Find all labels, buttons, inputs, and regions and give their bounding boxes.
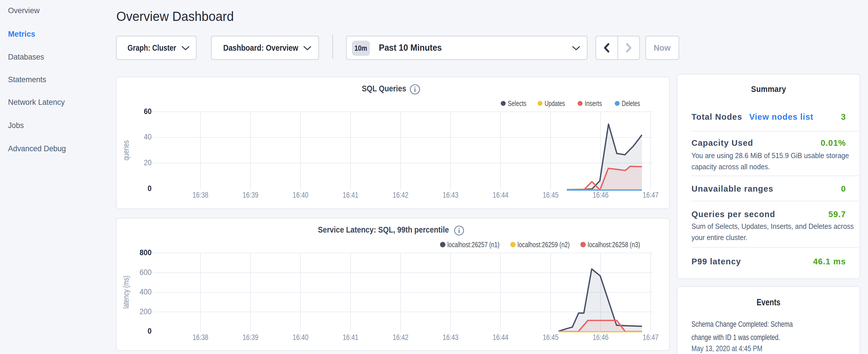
svg-text:16:47: 16:47 (643, 190, 658, 199)
svg-text:Updates: Updates (545, 99, 565, 107)
svg-text:Service Latency: SQL, 99th per: Service Latency: SQL, 99th percentile (318, 225, 449, 234)
svg-text:Selects: Selects (508, 99, 526, 107)
svg-text:16:43: 16:43 (443, 333, 459, 342)
svg-text:16:38: 16:38 (192, 333, 208, 342)
svg-text:20: 20 (144, 158, 152, 167)
svg-text:16:41: 16:41 (343, 190, 359, 199)
svg-text:queries: queries (122, 140, 130, 160)
svg-text:localhost:26259 (n2): localhost:26259 (n2) (518, 240, 570, 249)
svg-text:16:45: 16:45 (543, 190, 559, 199)
svg-text:16:44: 16:44 (493, 333, 508, 342)
svg-text:16:42: 16:42 (393, 333, 408, 342)
svg-text:16:44: 16:44 (493, 190, 508, 199)
svg-text:Deletes: Deletes (622, 99, 640, 107)
svg-text:16:39: 16:39 (243, 333, 258, 342)
svg-text:16:46: 16:46 (593, 190, 608, 199)
svg-text:16:47: 16:47 (643, 333, 658, 342)
svg-text:800: 800 (140, 248, 152, 257)
svg-text:16:40: 16:40 (292, 190, 308, 199)
svg-text:40: 40 (144, 132, 152, 141)
svg-text:200: 200 (140, 307, 152, 316)
svg-text:16:40: 16:40 (292, 333, 308, 342)
svg-text:16:39: 16:39 (243, 190, 258, 199)
svg-text:localhost:26257 (n1): localhost:26257 (n1) (447, 240, 499, 249)
svg-text:600: 600 (140, 268, 152, 277)
svg-text:0: 0 (148, 184, 152, 193)
svg-text:SQL Queries: SQL Queries (362, 84, 406, 93)
svg-text:latency (ms): latency (ms) (122, 276, 130, 309)
svg-text:16:43: 16:43 (443, 190, 459, 199)
svg-text:16:41: 16:41 (343, 333, 359, 342)
svg-text:16:46: 16:46 (593, 333, 608, 342)
svg-text:60: 60 (144, 107, 152, 116)
svg-text:localhost:26258 (n3): localhost:26258 (n3) (588, 240, 640, 249)
svg-text:16:42: 16:42 (393, 190, 408, 199)
svg-text:400: 400 (140, 287, 152, 296)
svg-text:Inserts: Inserts (585, 99, 602, 107)
svg-text:16:45: 16:45 (543, 333, 559, 342)
svg-text:0: 0 (148, 326, 152, 335)
svg-text:16:38: 16:38 (192, 190, 208, 199)
